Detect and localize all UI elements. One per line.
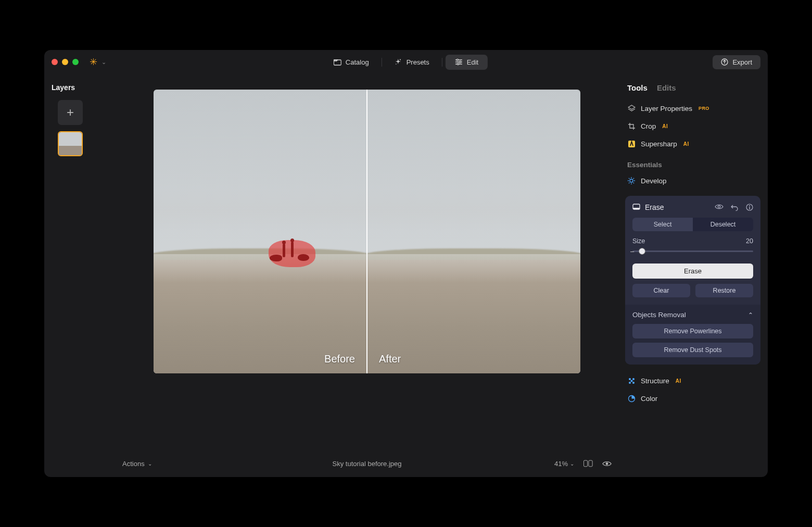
tab-presets-label: Presets bbox=[407, 58, 429, 66]
bottom-bar: Actions ⌄ Sky tutorial before.jpeg 41% ⌄ bbox=[112, 450, 622, 477]
tool-supersharp[interactable]: Supersharp AI bbox=[625, 135, 760, 153]
erase-panel: Erase Select bbox=[625, 196, 760, 365]
tab-catalog[interactable]: Catalog bbox=[324, 55, 378, 70]
visibility-icon[interactable] bbox=[715, 204, 724, 211]
svg-point-33 bbox=[630, 380, 632, 382]
svg-point-4 bbox=[456, 59, 458, 60]
actions-menu[interactable]: Actions ⌄ bbox=[122, 460, 152, 468]
minimize-window-button[interactable] bbox=[62, 59, 68, 65]
main-body: Layers + bbox=[44, 74, 768, 477]
size-value: 20 bbox=[746, 237, 753, 245]
tool-label: Supersharp bbox=[641, 140, 677, 148]
app-window: ⌄ Catalog Presets Edit bbox=[44, 50, 768, 477]
tab-presets[interactable]: Presets bbox=[385, 55, 439, 70]
erase-button[interactable]: Erase bbox=[632, 264, 753, 279]
tab-edit[interactable]: Edit bbox=[446, 55, 488, 70]
color-icon bbox=[627, 394, 636, 403]
app-menu-chevron-icon[interactable]: ⌄ bbox=[102, 59, 106, 66]
fullscreen-window-button[interactable] bbox=[72, 59, 79, 65]
svg-line-22 bbox=[633, 178, 634, 179]
add-layer-button[interactable]: + bbox=[58, 100, 83, 125]
tool-crop[interactable]: Crop AI bbox=[625, 117, 760, 135]
svg-point-31 bbox=[629, 382, 631, 384]
svg-point-12 bbox=[606, 462, 608, 465]
erase-icon bbox=[632, 204, 640, 211]
clear-button[interactable]: Clear bbox=[632, 284, 690, 297]
svg-rect-24 bbox=[633, 208, 640, 209]
mode-deselect[interactable]: Deselect bbox=[693, 218, 753, 231]
close-window-button[interactable] bbox=[52, 59, 58, 65]
svg-point-30 bbox=[632, 378, 635, 380]
svg-point-29 bbox=[629, 378, 631, 380]
mode-switcher: Catalog Presets Edit bbox=[324, 55, 488, 70]
tool-label: Structure bbox=[641, 377, 669, 385]
after-pane[interactable]: After bbox=[367, 90, 580, 373]
tool-layer-properties[interactable]: Layer Properties PRO bbox=[625, 99, 760, 117]
export-button[interactable]: Export bbox=[713, 55, 760, 69]
right-tabs: Tools Edits bbox=[625, 79, 760, 99]
svg-line-21 bbox=[629, 183, 629, 183]
preview-toggle-icon[interactable] bbox=[602, 460, 612, 467]
upload-icon bbox=[721, 58, 728, 66]
undo-icon[interactable] bbox=[731, 204, 739, 211]
ai-badge: AI bbox=[676, 378, 681, 384]
size-slider: Size 20 – bbox=[625, 237, 760, 258]
remove-dust-button[interactable]: Remove Dust Spots bbox=[632, 343, 753, 357]
chevron-down-icon: ⌄ bbox=[570, 461, 574, 467]
svg-rect-11 bbox=[589, 460, 592, 467]
viewport: Before After bbox=[112, 74, 622, 450]
export-label: Export bbox=[732, 58, 752, 66]
titlebar: ⌄ Catalog Presets Edit bbox=[44, 50, 768, 74]
erase-mask-overlay bbox=[269, 240, 315, 267]
erase-title: Erase bbox=[645, 203, 664, 211]
tool-label: Crop bbox=[641, 122, 656, 130]
svg-point-8 bbox=[457, 63, 459, 65]
tab-edits[interactable]: Edits bbox=[657, 83, 676, 92]
svg-point-27 bbox=[749, 205, 750, 206]
before-pane[interactable]: Before bbox=[154, 90, 367, 373]
minus-icon: – bbox=[630, 247, 634, 255]
thumb-sand bbox=[59, 146, 82, 155]
divider bbox=[382, 58, 382, 67]
zoom-value: 41% bbox=[554, 460, 568, 468]
sliders-icon bbox=[455, 58, 463, 66]
ai-badge: AI bbox=[662, 123, 668, 129]
size-label: Size bbox=[632, 237, 645, 245]
actions-label: Actions bbox=[122, 460, 145, 468]
pro-badge: PRO bbox=[699, 106, 709, 111]
before-label: Before bbox=[324, 353, 355, 365]
remove-powerlines-button[interactable]: Remove Powerlines bbox=[632, 324, 753, 338]
svg-rect-10 bbox=[583, 460, 587, 467]
svg-point-14 bbox=[630, 179, 633, 182]
layer-thumbnail[interactable] bbox=[58, 131, 83, 156]
tab-edit-label: Edit bbox=[467, 58, 478, 66]
compare-view: Before After bbox=[154, 90, 580, 373]
app-logo-icon bbox=[88, 57, 98, 67]
after-label: After bbox=[379, 353, 401, 365]
zoom-control[interactable]: 41% ⌄ bbox=[554, 460, 574, 468]
layers-heading: Layers bbox=[50, 79, 106, 94]
crop-icon bbox=[627, 122, 636, 130]
chevron-down-icon: ⌄ bbox=[148, 461, 152, 467]
size-slider-track[interactable]: – bbox=[632, 247, 753, 255]
slider-thumb[interactable] bbox=[639, 248, 645, 255]
tool-develop[interactable]: Develop bbox=[625, 172, 760, 190]
develop-icon bbox=[627, 177, 636, 185]
tool-color[interactable]: Color bbox=[625, 390, 760, 407]
restore-button[interactable]: Restore bbox=[695, 284, 753, 297]
info-icon[interactable] bbox=[746, 204, 753, 211]
compare-toggle-icon[interactable] bbox=[583, 460, 593, 467]
tab-catalog-label: Catalog bbox=[346, 58, 369, 66]
objects-removal-section: Objects Removal ⌃ Remove Powerlines Remo… bbox=[625, 305, 760, 365]
erase-header[interactable]: Erase bbox=[625, 201, 760, 218]
tab-tools[interactable]: Tools bbox=[627, 83, 648, 92]
objects-removal-header[interactable]: Objects Removal ⌃ bbox=[632, 311, 753, 319]
tool-structure[interactable]: Structure AI bbox=[625, 372, 760, 390]
folder-icon bbox=[334, 58, 341, 66]
svg-point-32 bbox=[632, 382, 635, 384]
layers-icon bbox=[627, 104, 636, 112]
window-controls bbox=[52, 59, 79, 65]
section-essentials: Essentials bbox=[625, 153, 760, 172]
ai-badge: AI bbox=[683, 141, 689, 147]
mode-select[interactable]: Select bbox=[632, 218, 693, 231]
